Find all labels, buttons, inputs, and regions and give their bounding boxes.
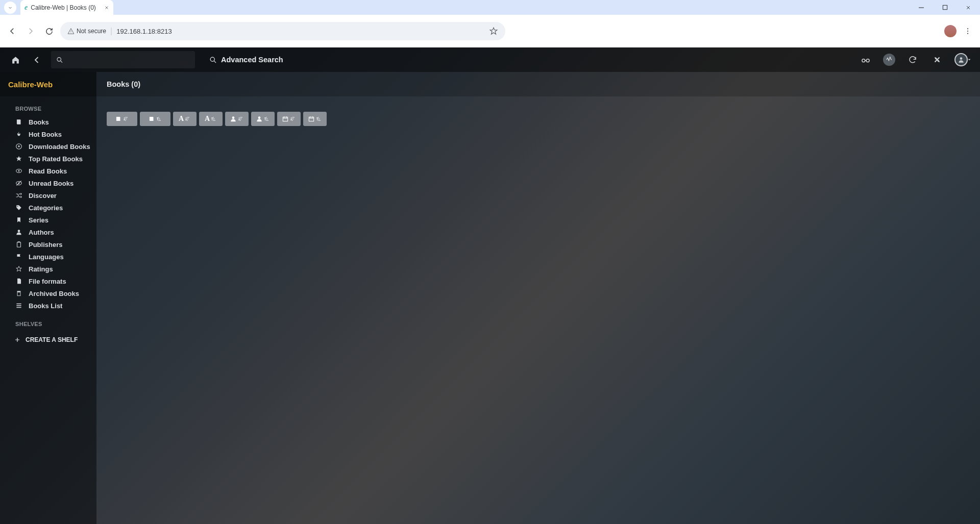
svg-rect-28 xyxy=(309,117,313,121)
app-back-button[interactable] xyxy=(30,53,44,67)
sidebar-item-label: Discover xyxy=(29,192,57,199)
user-avatar-icon xyxy=(954,53,968,66)
sidebar-item-archived-books[interactable]: Archived Books xyxy=(0,287,96,300)
sidebar-item-languages[interactable]: Languages xyxy=(0,251,96,263)
close-icon[interactable] xyxy=(104,5,109,10)
browser-menu-button[interactable] xyxy=(961,24,975,38)
svg-rect-0 xyxy=(943,5,947,9)
search-input[interactable] xyxy=(67,56,190,64)
sidebar-item-read-books[interactable]: Read Books xyxy=(0,165,96,177)
svg-point-25 xyxy=(232,116,235,119)
svg-point-21 xyxy=(17,206,18,207)
sidebar-item-label: Downloaded Books xyxy=(29,143,90,151)
sidebar-item-label: File formats xyxy=(29,278,66,285)
bookmark-icon xyxy=(15,216,22,223)
advanced-search-link[interactable]: Advanced Search xyxy=(209,56,283,64)
profile-menu[interactable] xyxy=(954,53,972,66)
svg-line-9 xyxy=(214,61,216,63)
list-icon xyxy=(15,302,22,309)
sidebar-item-label: Languages xyxy=(29,253,64,261)
search-box[interactable] xyxy=(51,51,195,68)
search-icon xyxy=(56,56,63,64)
star-icon xyxy=(15,155,22,162)
favicon-icon: e xyxy=(24,4,28,12)
flame-icon xyxy=(15,131,22,138)
app-brand[interactable]: Calibre-Web xyxy=(0,72,96,96)
sidebar-item-label: Hot Books xyxy=(29,131,62,138)
sidebar-item-unread-books[interactable]: Unread Books xyxy=(0,177,96,189)
svg-rect-24 xyxy=(17,292,20,296)
search-icon xyxy=(209,56,217,64)
svg-point-4 xyxy=(967,31,968,32)
back-button[interactable] xyxy=(5,24,19,38)
shuffle-icon xyxy=(15,192,22,199)
sort-date-desc-button[interactable] xyxy=(277,112,301,126)
sort-user-desc-button[interactable] xyxy=(225,112,249,126)
sidebar-item-books-list[interactable]: Books List xyxy=(0,300,96,312)
sidebar-item-categories[interactable]: Categories xyxy=(0,202,96,214)
sidebar-item-authors[interactable]: Authors xyxy=(0,226,96,238)
sidebar-item-label: Categories xyxy=(29,204,63,212)
warning-icon xyxy=(67,28,75,35)
sidebar: Calibre-Web BROWSE BooksHot BooksDownloa… xyxy=(0,72,96,524)
address-bar[interactable]: Not secure | 192.168.1.18:8213 xyxy=(60,22,505,40)
forward-button[interactable] xyxy=(23,24,38,38)
svg-point-17 xyxy=(18,170,20,172)
security-indicator[interactable]: Not secure xyxy=(67,28,106,35)
home-button[interactable] xyxy=(8,53,22,67)
sidebar-item-ratings[interactable]: Ratings xyxy=(0,263,96,275)
sidebar-item-label: Read Books xyxy=(29,167,67,175)
create-shelf-button[interactable]: CREATE A SHELF xyxy=(0,331,96,345)
sort-date-asc-button[interactable] xyxy=(303,112,327,126)
create-shelf-label: CREATE A SHELF xyxy=(26,336,78,343)
sidebar-item-top-rated-books[interactable]: Top Rated Books xyxy=(0,153,96,165)
sidebar-item-books[interactable]: Books xyxy=(0,116,96,128)
sort-book-asc-button[interactable] xyxy=(140,112,170,126)
sidebar-item-label: Top Rated Books xyxy=(29,155,83,163)
file-icon xyxy=(15,278,22,285)
sort-book-desc-button[interactable] xyxy=(107,112,137,126)
svg-point-2 xyxy=(70,32,71,33)
chevron-down-icon xyxy=(7,5,13,11)
svg-point-6 xyxy=(57,57,61,61)
sort-user-asc-button[interactable] xyxy=(251,112,275,126)
browser-tab[interactable]: e Calibre-Web | Books (0) xyxy=(20,0,113,15)
archive-icon xyxy=(15,290,22,297)
tag-icon xyxy=(15,204,22,211)
reload-button[interactable] xyxy=(42,24,56,38)
sort-letter-desc-button[interactable]: A xyxy=(173,112,197,126)
sidebar-item-label: Books xyxy=(29,118,49,126)
svg-point-14 xyxy=(960,57,963,60)
maximize-button[interactable] xyxy=(933,0,957,15)
browser-toolbar: Not secure | 192.168.1.18:8213 xyxy=(0,15,980,47)
admin-button[interactable] xyxy=(930,53,944,67)
sidebar-item-series[interactable]: Series xyxy=(0,214,96,226)
tasks-button[interactable] xyxy=(883,54,895,66)
tab-search-button[interactable] xyxy=(4,2,16,14)
plus-icon xyxy=(14,337,20,343)
tab-title: Calibre-Web | Books (0) xyxy=(31,4,101,11)
svg-point-5 xyxy=(967,33,968,34)
sidebar-item-downloaded-books[interactable]: Downloaded Books xyxy=(0,140,96,153)
svg-point-22 xyxy=(18,230,20,232)
minimize-button[interactable] xyxy=(910,0,933,15)
url-text: 192.168.1.18:8213 xyxy=(116,28,172,35)
bookmark-star-icon[interactable] xyxy=(489,27,498,36)
sidebar-item-label: Ratings xyxy=(29,265,53,273)
sidebar-item-label: Publishers xyxy=(29,241,62,248)
security-label: Not secure xyxy=(77,28,106,35)
refresh-button[interactable] xyxy=(905,53,920,67)
close-window-button[interactable] xyxy=(957,0,980,15)
sidebar-item-discover[interactable]: Discover xyxy=(0,189,96,202)
sort-letter-asc-button[interactable]: A xyxy=(199,112,223,126)
window-controls xyxy=(910,0,980,15)
sidebar-item-hot-books[interactable]: Hot Books xyxy=(0,128,96,140)
glasses-button[interactable] xyxy=(859,53,873,67)
eye-icon xyxy=(15,167,22,174)
svg-rect-27 xyxy=(283,117,287,121)
profile-avatar[interactable] xyxy=(944,25,957,37)
sidebar-item-file-formats[interactable]: File formats xyxy=(0,275,96,287)
sidebar-item-publishers[interactable]: Publishers xyxy=(0,238,96,251)
svg-point-3 xyxy=(967,28,968,29)
sidebar-item-label: Books List xyxy=(29,302,62,310)
